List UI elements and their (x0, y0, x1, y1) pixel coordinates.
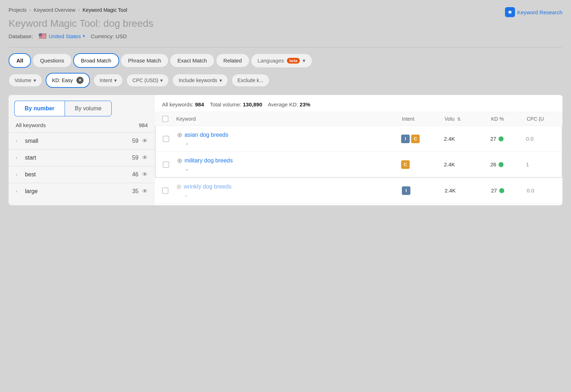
kd-value: 27 (491, 187, 497, 194)
all-keywords-count: 984 (139, 122, 148, 128)
cpc-cell: 0.0 (526, 136, 555, 142)
keyword-cell: ⊕ asian dog breeds » (177, 131, 401, 146)
filter-intent-label: Intent (100, 77, 112, 83)
us-flag-icon: 🇺🇸 (39, 32, 46, 40)
col-keyword-header: Keyword (176, 116, 402, 122)
keyword-link[interactable]: ⊕ asian dog breeds (177, 131, 401, 139)
filter-volume-label: Volume (15, 77, 31, 83)
filter-kd-label: KD: Easy (52, 77, 73, 83)
page-title-keyword: dog breeds (103, 18, 153, 29)
tabs-row: All Questions Broad Match Phrase Match E… (9, 53, 562, 68)
col-checkbox (162, 116, 176, 122)
eye-icon[interactable]: 👁 (142, 188, 148, 195)
filter-cpc[interactable]: CPC (USD) ▾ (126, 74, 169, 87)
filter-intent[interactable]: Intent ▾ (94, 74, 123, 87)
tab-questions[interactable]: Questions (32, 54, 72, 67)
languages-button[interactable]: Languages beta ▾ (251, 54, 313, 68)
eye-icon[interactable]: 👁 (142, 171, 148, 178)
list-item-count: 59 (132, 138, 138, 144)
intent-informational-badge: I (402, 186, 410, 195)
filter-kd[interactable]: KD: Easy ✕ (46, 73, 90, 88)
intent-cell: I C (401, 135, 444, 143)
stats-vol-value: 130,890 (243, 101, 262, 107)
list-item-count: 35 (132, 188, 138, 195)
intent-cell: C (401, 160, 444, 169)
cpc-cell: 0.0 (527, 187, 555, 194)
list-item[interactable]: › start 59 👁 (9, 149, 155, 166)
main-content: By number By volume All keywords 984 › s… (9, 95, 562, 205)
keyword-research-badge[interactable]: Keyword Research (505, 7, 562, 17)
list-item-label: best (25, 171, 128, 178)
col-cpc-header: CPC (U (527, 116, 555, 122)
languages-chevron-icon: ▾ (303, 57, 305, 64)
cpc-cell: 1 (526, 161, 555, 167)
right-panel: All keywords: 984 Total volume: 130,890 … (155, 95, 562, 205)
col-kd-header: KD % (491, 116, 527, 122)
tab-all[interactable]: All (9, 53, 31, 68)
eye-icon[interactable]: 👁 (142, 138, 148, 144)
row-checkbox[interactable] (163, 136, 169, 142)
database-chevron-icon: ▾ (83, 34, 85, 39)
select-all-checkbox[interactable] (162, 116, 168, 122)
add-keyword-icon[interactable]: ⊕ (177, 131, 182, 139)
filter-exclude[interactable]: Exclude k... (232, 74, 269, 87)
breadcrumb-sep-2: › (78, 7, 80, 12)
row-checkbox[interactable] (163, 161, 169, 168)
list-item-count: 59 (132, 155, 138, 161)
list-item[interactable]: › large 35 👁 (9, 183, 155, 200)
currency-label: Currency: USD (91, 33, 127, 39)
volume-cell: 2.4K (445, 187, 491, 194)
keyword-link[interactable]: ⊕ military dog breeds (177, 157, 401, 165)
row-checkbox-cell (163, 161, 177, 168)
page-title-prefix: Keyword Magic Tool: (9, 18, 101, 29)
header-divider (9, 47, 562, 47)
keyword-cell: ⊕ wrinkly dog breeds » (176, 183, 402, 198)
tab-related[interactable]: Related (216, 54, 249, 67)
kd-cell: 27 (491, 187, 527, 194)
navigate-icon[interactable]: » (186, 167, 188, 172)
filter-include[interactable]: Include keywords ▾ (172, 74, 228, 87)
navigate-icon[interactable]: » (186, 141, 188, 146)
add-keyword-icon[interactable]: ⊕ (177, 157, 182, 165)
expand-icon: › (16, 189, 21, 194)
database-row: Database: 🇺🇸 United States ▾ Currency: U… (9, 32, 562, 40)
tab-phrase-match[interactable]: Phrase Match (121, 54, 169, 67)
filter-kd-clear-button[interactable]: ✕ (76, 77, 84, 84)
eye-icon[interactable]: 👁 (142, 155, 148, 161)
toggle-by-volume[interactable]: By volume (65, 101, 112, 116)
table-row: ⊕ wrinkly dog breeds » I 2.4K 27 0.0 (155, 178, 562, 203)
volume-cell: 2.4K (444, 136, 490, 142)
intent-cell: I (402, 186, 445, 195)
list-item-count: 46 (132, 171, 138, 178)
page-header: Keyword Magic Tool: dog breeds (9, 18, 562, 29)
navigate-icon[interactable]: » (185, 193, 187, 198)
keyword-text: wrinkly dog breeds (184, 184, 231, 190)
breadcrumb-projects[interactable]: Projects (9, 7, 27, 13)
tab-exact-match[interactable]: Exact Match (170, 54, 214, 67)
list-item-label: start (25, 155, 128, 161)
toggle-by-number[interactable]: By number (14, 101, 65, 116)
keyword-link[interactable]: ⊕ wrinkly dog breeds (176, 183, 402, 191)
left-panel: By number By volume All keywords 984 › s… (9, 95, 155, 205)
kd-cell: 26 (490, 161, 526, 167)
tab-broad-match[interactable]: Broad Match (73, 53, 119, 68)
breadcrumb: Projects › Keyword Overview › Keyword Ma… (9, 7, 562, 13)
intent-commercial-badge: C (401, 160, 410, 169)
kd-indicator-dot (499, 188, 504, 193)
database-selector[interactable]: 🇺🇸 United States ▾ (39, 32, 85, 40)
list-item[interactable]: › small 59 👁 (9, 132, 155, 149)
row-checkbox[interactable] (162, 187, 168, 194)
col-volume-header[interactable]: Volu ⇅ (445, 116, 491, 122)
expand-icon: › (16, 155, 21, 160)
row-checkbox-cell (162, 187, 176, 194)
filter-cpc-label: CPC (USD) (132, 77, 158, 83)
table-row: ⊕ asian dog breeds » I C 2.4K 27 0.0 (155, 126, 562, 152)
intent-commercial-badge: C (411, 135, 420, 143)
left-panel-header: All keywords 984 (9, 122, 155, 132)
page-title: Keyword Magic Tool: dog breeds (9, 18, 562, 29)
add-keyword-icon[interactable]: ⊕ (176, 183, 182, 191)
breadcrumb-keyword-overview[interactable]: Keyword Overview (34, 7, 76, 13)
filter-volume[interactable]: Volume ▾ (9, 74, 42, 87)
filter-exclude-label: Exclude k... (238, 77, 263, 83)
list-item[interactable]: › best 46 👁 (9, 166, 155, 183)
